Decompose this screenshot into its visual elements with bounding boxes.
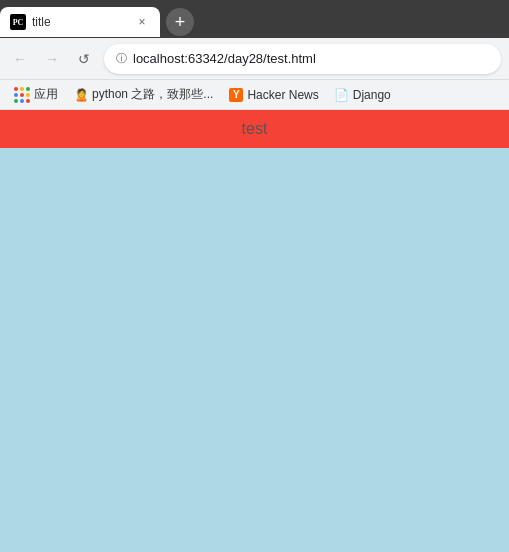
bookmark-django[interactable]: 📄 Django — [329, 85, 397, 105]
bookmarks-bar: 应用 🙎 python 之路，致那些... Y Hacker News 📄 Dj… — [0, 80, 509, 110]
bookmark-apps[interactable]: 应用 — [8, 83, 64, 106]
page-header-text: test — [242, 120, 268, 137]
apps-icon — [14, 87, 30, 103]
page-header: test — [0, 110, 509, 148]
python-label: python 之路，致那些... — [92, 86, 213, 103]
tab-close-button[interactable]: × — [134, 14, 150, 30]
info-icon: ⓘ — [116, 51, 127, 66]
address-field[interactable]: ⓘ localhost:63342/day28/test.html — [104, 44, 501, 74]
django-file-icon: 📄 — [335, 88, 349, 102]
refresh-button[interactable]: ↺ — [72, 47, 96, 71]
browser-chrome: PC title × + ← → ↺ ⓘ localhost:63342/day… — [0, 0, 509, 110]
address-bar-row: ← → ↺ ⓘ localhost:63342/day28/test.html — [0, 38, 509, 80]
active-tab[interactable]: PC title × — [0, 7, 160, 37]
bookmark-hacker-news[interactable]: Y Hacker News — [223, 85, 324, 105]
hn-label: Hacker News — [247, 88, 318, 102]
back-button[interactable]: ← — [8, 47, 32, 71]
page-body — [0, 148, 509, 552]
apps-label: 应用 — [34, 86, 58, 103]
hn-icon: Y — [229, 88, 243, 102]
forward-button[interactable]: → — [40, 47, 64, 71]
python-person-icon: 🙎 — [74, 88, 88, 102]
tab-title: title — [32, 15, 128, 29]
bookmark-python[interactable]: 🙎 python 之路，致那些... — [68, 83, 219, 106]
page-content: test — [0, 110, 509, 552]
django-label: Django — [353, 88, 391, 102]
url-text: localhost:63342/day28/test.html — [133, 51, 316, 66]
tab-bar: PC title × + — [0, 0, 509, 38]
pycharm-icon: PC — [10, 14, 26, 30]
new-tab-button[interactable]: + — [166, 8, 194, 36]
tab-favicon: PC — [10, 14, 26, 30]
